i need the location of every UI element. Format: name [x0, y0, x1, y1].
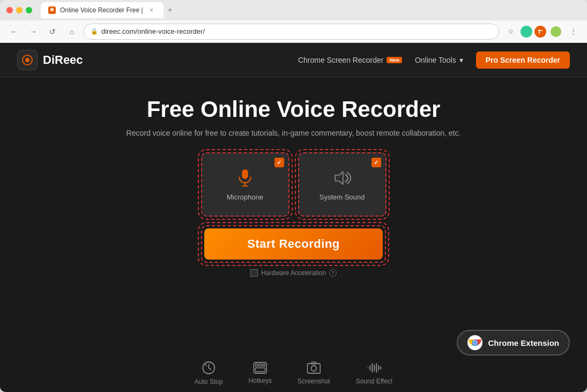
bookmark-button[interactable]: ☆: [503, 24, 518, 39]
chrome-screen-recorder-nav[interactable]: Chrome Screen Recorder New: [298, 56, 402, 64]
logo-text: DiReec: [43, 53, 83, 67]
lock-icon: 🔒: [91, 28, 98, 35]
hw-accel-label: Hardware Acceleration: [261, 269, 326, 277]
microphone-option[interactable]: Microphone: [201, 152, 289, 217]
hw-accel-checkbox[interactable]: [250, 269, 258, 277]
microphone-icon: [235, 168, 255, 188]
new-badge: New: [387, 57, 402, 63]
profile-avatar[interactable]: [521, 26, 532, 38]
screenshot-item[interactable]: Screenshot: [298, 361, 330, 385]
speaker-icon: [332, 168, 352, 188]
active-tab[interactable]: Online Voice Recorder Free | ×: [41, 2, 164, 18]
microphone-check: [274, 158, 284, 167]
svg-rect-18: [255, 368, 265, 372]
chrome-extension-label: Chrome Extension: [488, 338, 559, 347]
svg-rect-19: [307, 364, 320, 373]
title-bar: Online Voice Recorder Free | × +: [0, 0, 587, 20]
system-sound-check: [371, 158, 381, 167]
close-button[interactable]: [6, 7, 13, 13]
auto-stop-label: Auto Stop: [195, 378, 223, 386]
svg-point-12: [474, 342, 477, 344]
chrome-logo-icon: [467, 335, 482, 350]
hardware-acceleration-area: Hardware Acceleration ?: [250, 269, 337, 277]
svg-marker-7: [335, 172, 343, 184]
main-content: Free Online Voice Recorder Record voice …: [0, 77, 587, 296]
nav-bar: ← → ↺ ⌂ 🔒 direec.com/online-voice-record…: [0, 20, 587, 43]
minimize-button[interactable]: [16, 7, 23, 13]
svg-rect-4: [242, 169, 248, 179]
auto-stop-icon: [202, 361, 216, 375]
logo-area: DiReec: [17, 50, 83, 70]
svg-rect-21: [311, 362, 316, 364]
recording-options: Microphone System Sound: [201, 152, 387, 217]
site-nav: Chrome Screen Recorder New Online Tools …: [298, 51, 570, 69]
start-recording-button[interactable]: Start Recording: [204, 228, 383, 260]
svg-rect-17: [263, 364, 265, 366]
main-subtitle: Record voice online for free to create t…: [127, 129, 461, 137]
home-button[interactable]: ⌂: [64, 24, 79, 39]
sound-effect-item[interactable]: Sound Effect: [356, 361, 393, 385]
tab-close-btn[interactable]: ×: [147, 6, 156, 14]
url-text: direec.com/online-voice-recorder/: [101, 27, 205, 35]
tab-title: Online Voice Recorder Free |: [60, 6, 143, 14]
menu-button[interactable]: ⋮: [566, 24, 581, 39]
svg-point-0: [51, 9, 53, 11]
new-tab-button[interactable]: +: [164, 3, 177, 17]
svg-point-3: [25, 58, 29, 62]
sound-effect-icon: [367, 361, 382, 374]
browser-frame: Online Voice Recorder Free | × + ← → ↺ ⌂…: [0, 0, 587, 392]
online-tools-nav[interactable]: Online Tools ▾: [415, 56, 463, 64]
auto-stop-item[interactable]: Auto Stop: [195, 361, 223, 386]
dropdown-icon: ▾: [459, 56, 463, 64]
logo-icon: [17, 50, 38, 70]
pro-screen-recorder-button[interactable]: Pro Screen Recorder: [476, 51, 570, 69]
chrome-extension-button[interactable]: Chrome Extension: [457, 330, 570, 356]
refresh-button[interactable]: ↺: [45, 24, 60, 39]
hotkeys-item[interactable]: Hotkeys: [249, 362, 272, 384]
svg-rect-15: [255, 364, 258, 366]
hotkeys-label: Hotkeys: [249, 377, 272, 384]
screenshot-icon: [307, 361, 321, 374]
forward-button[interactable]: →: [26, 24, 41, 39]
screenshot-label: Screenshot: [298, 378, 330, 385]
maximize-button[interactable]: [26, 7, 32, 13]
bottom-icons: Auto Stop Hotkeys Screenshot: [195, 361, 392, 386]
main-title: Free Online Voice Recorder: [147, 97, 441, 122]
system-sound-option[interactable]: System Sound: [298, 152, 387, 217]
online-tools-label: Online Tools: [415, 56, 456, 64]
website-content: DiReec Chrome Screen Recorder New Online…: [0, 43, 587, 392]
system-sound-label: System Sound: [319, 193, 365, 201]
chrome-screen-recorder-label: Chrome Screen Recorder: [298, 56, 384, 64]
tab-bar: Online Voice Recorder Free | × +: [41, 2, 581, 18]
microphone-label: Microphone: [227, 193, 263, 201]
hw-accel-help-icon[interactable]: ?: [329, 269, 337, 277]
nav-actions: ☆ ⋮: [503, 24, 581, 39]
traffic-lights: [6, 7, 32, 13]
sound-effect-label: Sound Effect: [356, 378, 393, 385]
hotkeys-icon: [253, 362, 267, 374]
svg-rect-16: [259, 364, 262, 366]
site-header: DiReec Chrome Screen Recorder New Online…: [0, 43, 587, 77]
address-bar[interactable]: 🔒 direec.com/online-voice-recorder/: [84, 24, 499, 40]
svg-point-20: [311, 366, 316, 371]
profile-button[interactable]: [548, 24, 563, 39]
back-button[interactable]: ←: [6, 24, 21, 39]
extensions-button[interactable]: [534, 26, 546, 38]
tab-favicon: [48, 6, 56, 14]
start-recording-wrapper: Start Recording: [201, 225, 386, 263]
